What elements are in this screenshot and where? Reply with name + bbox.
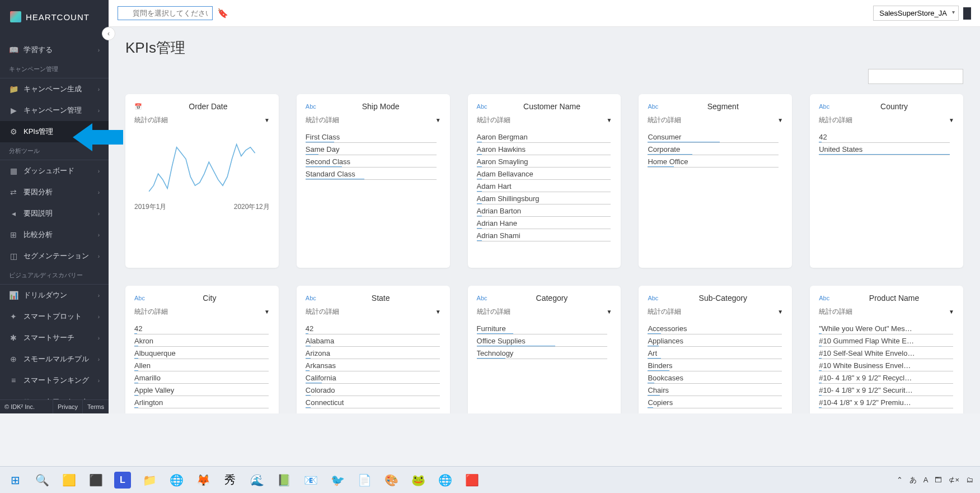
bookmark-icon[interactable]: 🔖	[217, 8, 228, 18]
list-item[interactable]: "While you Were Out" Mes…	[819, 322, 953, 334]
list-item[interactable]: Alabama	[306, 334, 440, 347]
sidebar-item[interactable]: ⇄要因分析›	[0, 182, 109, 203]
list-item[interactable]: Bookcases	[648, 371, 782, 384]
list-item[interactable]: Corporate	[648, 143, 779, 155]
list-item[interactable]: Adrian Shami	[477, 229, 611, 241]
list-item[interactable]: Aaron Bergman	[477, 131, 611, 143]
sidebar-item[interactable]: ⊕スモールマルチプル›	[0, 348, 109, 370]
list-item[interactable]: Akron	[134, 334, 269, 347]
list-item[interactable]: Adam Shillingsburg	[477, 192, 611, 204]
list-item[interactable]: #10 Gummed Flap White E…	[819, 334, 953, 347]
outlook-icon[interactable]: 📧	[302, 472, 319, 489]
app-icon[interactable]: 🟥	[463, 472, 480, 489]
search-taskbar-icon[interactable]: 🔍	[34, 472, 50, 489]
list-item[interactable]: #10-4 1/8" x 9 1/2" Premiu…	[819, 396, 953, 408]
sidebar-collapse-button[interactable]: ‹	[102, 27, 115, 40]
list-item[interactable]: Art	[648, 347, 782, 359]
card-dropdown[interactable]: ▼	[435, 309, 441, 315]
chrome-icon[interactable]: 🌐	[437, 472, 453, 489]
app-icon[interactable]: 🐸	[410, 472, 426, 489]
list-item[interactable]: Adam Bellavance	[477, 168, 611, 180]
sidebar-item[interactable]: 📖学習する›	[0, 39, 109, 61]
question-search-input[interactable]	[118, 6, 213, 20]
app-icon[interactable]: ⬛	[87, 472, 104, 489]
sidebar-item[interactable]: 📁キャンペーン生成›	[0, 78, 109, 100]
ime-indicator[interactable]: あ	[909, 475, 917, 485]
copyright[interactable]: © IDK² Inc.	[0, 400, 53, 413]
card-dropdown[interactable]: ▼	[949, 117, 954, 123]
sidebar-item[interactable]: ✱スマートサーチ›	[0, 327, 109, 348]
list-item[interactable]: Adrian Hane	[477, 217, 611, 229]
list-item[interactable]: #10- 4 1/8" x 9 1/2" Recycl…	[819, 371, 953, 384]
list-item[interactable]: Colorado	[306, 384, 440, 396]
list-item[interactable]: Arizona	[306, 347, 440, 359]
kpi-filter-input[interactable]	[868, 69, 963, 84]
app-icon[interactable]: 秀	[222, 472, 238, 489]
card-dropdown[interactable]: ▼	[777, 117, 783, 123]
list-item[interactable]: Aaron Hawkins	[477, 143, 611, 155]
sidebar-item[interactable]: ⊞比較分析›	[0, 224, 109, 245]
tray-icon[interactable]: 🗔	[935, 476, 942, 484]
app-icon[interactable]: 🎨	[383, 472, 400, 489]
sidebar-item[interactable]: ▦ダッシュボード›	[0, 160, 109, 182]
sidebar-item[interactable]: ◂要因説明›	[0, 203, 109, 224]
list-item[interactable]: #10 Self-Seal White Envelo…	[819, 347, 953, 359]
list-item[interactable]: Arkansas	[306, 359, 440, 371]
list-item[interactable]: 42	[819, 131, 950, 143]
list-item[interactable]: #10- 4 1/8" x 9 1/2" Securit…	[819, 384, 953, 396]
acrobat-icon[interactable]: 📄	[356, 472, 373, 489]
firefox-icon[interactable]: 🦊	[195, 472, 212, 489]
list-item[interactable]: Standard Class	[306, 168, 437, 180]
list-item[interactable]: Technology	[477, 347, 608, 359]
card-dropdown[interactable]: ▼	[949, 309, 954, 315]
list-item[interactable]: Apple Valley	[134, 384, 269, 396]
card-dropdown[interactable]: ▼	[606, 309, 612, 315]
user-menu[interactable]	[963, 7, 971, 20]
list-item[interactable]: Binders	[648, 359, 782, 371]
list-item[interactable]: Connecticut	[306, 396, 440, 408]
list-item[interactable]: Furniture	[477, 322, 608, 334]
chrome-icon[interactable]: 🌐	[168, 472, 185, 489]
list-item[interactable]: Adrian Barton	[477, 204, 611, 217]
list-item[interactable]: California	[306, 371, 440, 384]
list-item[interactable]: Amarillo	[134, 371, 269, 384]
list-item[interactable]: First Class	[306, 131, 437, 143]
list-item[interactable]: 42	[306, 322, 440, 334]
card-dropdown[interactable]: ▼	[264, 117, 270, 123]
app-icon[interactable]: L	[114, 472, 131, 489]
card-dropdown[interactable]: ▼	[606, 117, 612, 123]
tray-icon[interactable]: A	[923, 476, 929, 484]
list-item[interactable]: Accessories	[648, 322, 782, 334]
thunderbird-icon[interactable]: 🐦	[329, 472, 346, 489]
list-item[interactable]: Copiers	[648, 396, 782, 408]
file-explorer-icon[interactable]: 📁	[141, 472, 158, 489]
tray-chevron-icon[interactable]: ⌃	[897, 476, 903, 484]
sidebar-item[interactable]: ▶キャンペーン管理›	[0, 100, 109, 121]
sidebar-item[interactable]: ◫セグメンテーション›	[0, 245, 109, 267]
list-item[interactable]: Arlington	[134, 396, 269, 408]
card-dropdown[interactable]: ▼	[777, 309, 783, 315]
list-item[interactable]: Albuquerque	[134, 347, 269, 359]
list-item[interactable]: Aaron Smayling	[477, 155, 611, 168]
edge-icon[interactable]: 🌊	[248, 472, 265, 489]
sidebar-item[interactable]: 📊ドリルダウン›	[0, 285, 109, 306]
sidebar-item[interactable]: ✦スマートプロット›	[0, 306, 109, 327]
sidebar-item[interactable]: ≡スマートランキング›	[0, 370, 109, 391]
card-dropdown[interactable]: ▼	[264, 309, 270, 315]
list-item[interactable]: Consumer	[648, 131, 779, 143]
list-item[interactable]: Adam Hart	[477, 180, 611, 192]
list-item[interactable]: 42	[134, 322, 269, 334]
start-button[interactable]: ⊞	[7, 472, 24, 489]
terms-link[interactable]: Terms	[83, 400, 109, 413]
list-item[interactable]: Allen	[134, 359, 269, 371]
system-tray[interactable]: ⌃ あ A 🗔 ⊄× 🗂	[897, 475, 973, 485]
tray-icon[interactable]: 🗂	[966, 476, 973, 484]
list-item[interactable]: United States	[819, 143, 950, 155]
list-item[interactable]: Office Supplies	[477, 334, 608, 347]
list-item[interactable]: Appliances	[648, 334, 782, 347]
tray-icon[interactable]: ⊄×	[949, 476, 959, 484]
dataset-selector[interactable]: SalesSuperStore_JA	[873, 6, 959, 21]
list-item[interactable]: Second Class	[306, 155, 437, 168]
list-item[interactable]: #10 White Business Envel…	[819, 359, 953, 371]
list-item[interactable]: Same Day	[306, 143, 437, 155]
